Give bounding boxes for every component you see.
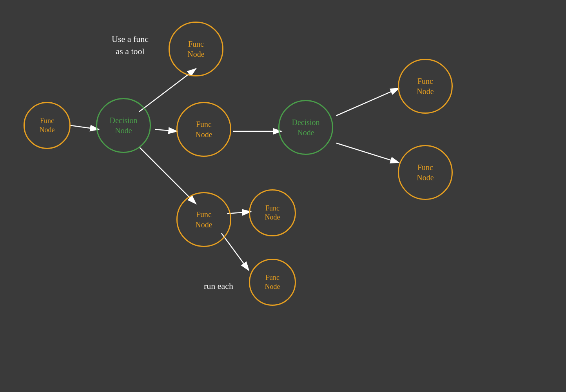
decision-node-1: DecisionNode [96,98,151,153]
annotation-use-a-func: Use a funcas a tool [112,33,149,58]
func-node-4-label: FuncNode [195,209,212,230]
svg-line-6 [227,212,251,214]
func-node-2-label: FuncNode [187,39,204,59]
svg-line-7 [221,233,249,270]
func-node-6: FuncNode [249,259,296,306]
svg-line-4 [139,147,196,204]
func-node-5-label: FuncNode [265,204,280,222]
svg-line-9 [336,143,399,163]
func-node-8-label: FuncNode [417,162,434,183]
func-node-4: FuncNode [176,192,231,247]
func-node-7-label: FuncNode [417,76,434,96]
func-node-8: FuncNode [398,145,453,200]
svg-line-8 [336,88,399,116]
func-node-1-label: FuncNode [40,116,55,135]
diagram-container: FuncNode DecisionNode FuncNode FuncNode … [0,0,566,392]
decision-node-1-label: DecisionNode [109,115,137,136]
func-node-1: FuncNode [24,102,71,149]
annotation-run-each: run each [204,280,233,292]
decision-node-2: DecisionNode [278,100,333,155]
svg-line-3 [155,129,177,131]
func-node-6-label: FuncNode [265,273,280,292]
func-node-3-label: FuncNode [195,119,212,140]
decision-node-2-label: DecisionNode [292,117,319,138]
svg-line-1 [71,125,99,129]
func-node-2: FuncNode [169,22,223,76]
func-node-7: FuncNode [398,59,453,114]
func-node-3: FuncNode [176,102,231,157]
func-node-5: FuncNode [249,189,296,236]
